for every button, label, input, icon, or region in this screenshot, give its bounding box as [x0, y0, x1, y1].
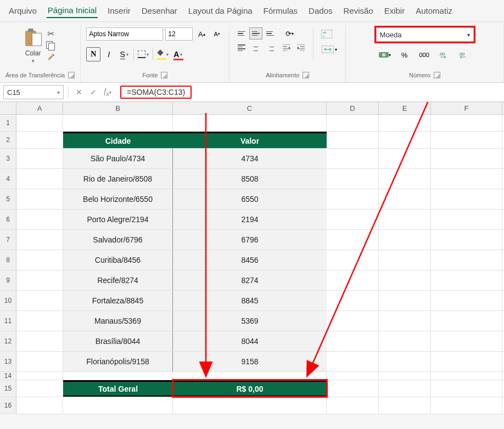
- row-header[interactable]: 1: [0, 115, 16, 131]
- menu-formulas[interactable]: Fórmulas: [262, 4, 299, 18]
- cell[interactable]: [173, 397, 327, 414]
- cell-valor[interactable]: 6796: [173, 230, 327, 250]
- thousands-format-button[interactable]: 000: [416, 48, 433, 61]
- row-header[interactable]: 10: [0, 291, 16, 311]
- cell-cidade[interactable]: Florianópolis/9158: [63, 352, 173, 371]
- wrap-text-button[interactable]: abc: [319, 27, 334, 41]
- cell[interactable]: [431, 189, 502, 209]
- cell[interactable]: [327, 115, 379, 131]
- cell[interactable]: [16, 270, 63, 290]
- cell[interactable]: [379, 352, 431, 371]
- menu-revisao[interactable]: Revisão: [342, 4, 374, 18]
- bold-button[interactable]: N: [86, 47, 100, 61]
- col-header-e[interactable]: E: [379, 102, 431, 114]
- cell[interactable]: [16, 352, 63, 371]
- cell[interactable]: [431, 149, 502, 168]
- cell[interactable]: [431, 291, 502, 311]
- cell[interactable]: [379, 397, 431, 414]
- cell[interactable]: [431, 311, 502, 331]
- chevron-down-icon[interactable]: ▾: [57, 89, 60, 95]
- cell-cidade[interactable]: São Paulo/4734: [63, 149, 173, 168]
- cell[interactable]: [327, 149, 379, 168]
- align-center-button[interactable]: [249, 42, 262, 54]
- cell[interactable]: [327, 189, 379, 209]
- align-middle-button[interactable]: [249, 27, 262, 39]
- borders-button[interactable]: ▾: [136, 47, 150, 61]
- cell-cidade[interactable]: Belo Horizonte/6550: [63, 189, 173, 209]
- cell-valor[interactable]: 8044: [173, 331, 327, 351]
- cell-valor[interactable]: 8456: [173, 250, 327, 270]
- accounting-format-button[interactable]: ▾: [376, 48, 394, 61]
- cell[interactable]: [431, 169, 502, 189]
- row-header[interactable]: 12: [0, 331, 16, 351]
- name-box[interactable]: C15 ▾: [3, 85, 64, 99]
- italic-button[interactable]: I: [102, 47, 116, 61]
- menu-inserir[interactable]: Inserir: [107, 4, 132, 18]
- cell[interactable]: [16, 132, 63, 148]
- cell[interactable]: [16, 397, 63, 414]
- cell[interactable]: [16, 250, 63, 270]
- cell[interactable]: [327, 311, 379, 331]
- cell[interactable]: [16, 291, 63, 311]
- cell[interactable]: [379, 372, 431, 380]
- row-header[interactable]: 6: [0, 210, 16, 229]
- cell[interactable]: [431, 270, 502, 290]
- cell[interactable]: [431, 380, 502, 397]
- cell[interactable]: [16, 189, 63, 209]
- col-header-a[interactable]: A: [16, 102, 63, 114]
- cell[interactable]: [63, 115, 173, 131]
- col-header-d[interactable]: D: [327, 102, 379, 114]
- cancel-formula-button[interactable]: ✕: [73, 86, 85, 98]
- decrease-font-button[interactable]: A▾: [210, 27, 223, 41]
- cell-valor[interactable]: 8845: [173, 291, 327, 311]
- align-top-button[interactable]: [235, 27, 248, 39]
- row-header[interactable]: 7: [0, 230, 16, 250]
- cell-cidade[interactable]: Manaus/5369: [63, 311, 173, 331]
- row-header[interactable]: 9: [0, 270, 16, 290]
- cut-button[interactable]: ✂: [45, 29, 56, 38]
- number-format-select[interactable]: Moeda ▾: [376, 27, 474, 42]
- table-header-cidade[interactable]: Cidade: [63, 132, 173, 148]
- cell-cidade[interactable]: Salvador/6796: [63, 230, 173, 250]
- col-header-c[interactable]: C: [173, 102, 327, 114]
- cell[interactable]: [16, 210, 63, 229]
- menu-arquivo[interactable]: Arquivo: [8, 4, 38, 18]
- row-header[interactable]: 4: [0, 169, 16, 189]
- cell[interactable]: [379, 250, 431, 270]
- formula-input[interactable]: =SOMA(C3:C13): [116, 85, 501, 99]
- cell[interactable]: [16, 331, 63, 351]
- row-header[interactable]: 2: [0, 132, 16, 148]
- cell[interactable]: [327, 132, 379, 148]
- row-header[interactable]: 3: [0, 149, 16, 168]
- cell-valor[interactable]: 5369: [173, 311, 327, 331]
- underline-button[interactable]: S▾: [117, 47, 131, 61]
- cell[interactable]: [431, 372, 502, 380]
- cell-valor[interactable]: 4734: [173, 149, 327, 168]
- cell-cidade[interactable]: Fortaleza/8845: [63, 291, 173, 311]
- cell[interactable]: [16, 230, 63, 250]
- clipboard-dialog-launcher[interactable]: [68, 72, 75, 78]
- cell[interactable]: [379, 132, 431, 148]
- menu-pagina-inicial[interactable]: Página Inicial: [47, 3, 98, 18]
- total-label-cell[interactable]: Total Geral: [63, 380, 173, 397]
- row-header[interactable]: 8: [0, 250, 16, 270]
- cell-cidade[interactable]: Porto Alegre/2194: [63, 210, 173, 229]
- cell-valor[interactable]: 6550: [173, 189, 327, 209]
- align-right-button[interactable]: [264, 42, 277, 54]
- cell-cidade[interactable]: Brasília/8044: [63, 331, 173, 351]
- cell[interactable]: [327, 250, 379, 270]
- decrease-decimal-button[interactable]: .00: [455, 48, 473, 61]
- increase-font-button[interactable]: A▴: [195, 27, 208, 41]
- cell[interactable]: [327, 270, 379, 290]
- cell-valor[interactable]: 2194: [173, 210, 327, 229]
- cell-valor[interactable]: 8508: [173, 169, 327, 189]
- cell[interactable]: [379, 311, 431, 331]
- cell-cidade[interactable]: Curitiba/8456: [63, 250, 173, 270]
- cell[interactable]: [379, 230, 431, 250]
- cell[interactable]: [63, 372, 173, 380]
- row-header[interactable]: 11: [0, 311, 16, 331]
- decrease-indent-button[interactable]: [280, 42, 293, 54]
- cell[interactable]: [327, 230, 379, 250]
- cell[interactable]: [431, 230, 502, 250]
- cell[interactable]: [431, 132, 502, 148]
